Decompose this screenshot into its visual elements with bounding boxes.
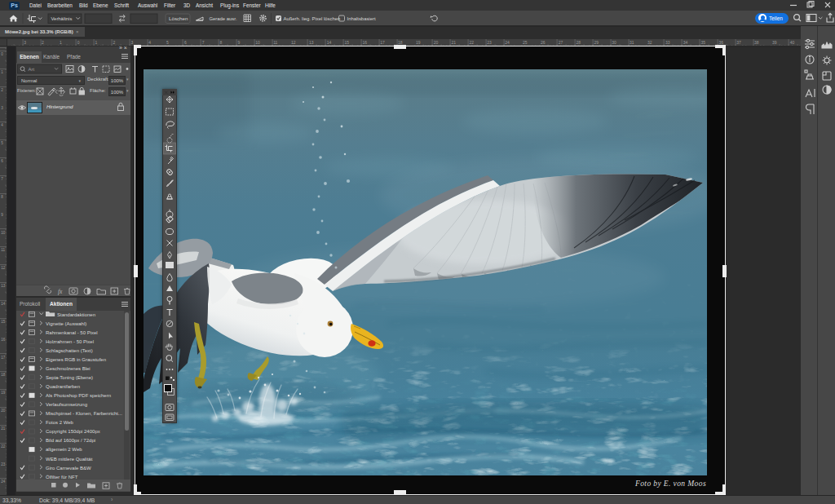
svg-text:8: 8 (220, 40, 223, 45)
svg-text:9: 9 (237, 40, 240, 45)
svg-text:12: 12 (291, 40, 296, 45)
svg-text:Art: Art (29, 67, 35, 72)
svg-text:4: 4 (148, 40, 151, 45)
svg-text:23: 23 (487, 40, 492, 45)
svg-text:Standardaktionen: Standardaktionen (57, 312, 95, 317)
svg-text:24: 24 (1, 480, 6, 484)
svg-text:3: 3 (130, 40, 133, 45)
svg-text:21: 21 (1, 427, 6, 431)
svg-text:3: 3 (1, 106, 3, 110)
svg-text:39: 39 (772, 40, 777, 45)
svg-text:20: 20 (434, 40, 439, 45)
svg-text:Ölfilter für NFT: Ölfilter für NFT (46, 475, 78, 480)
svg-text:2: 2 (113, 40, 116, 45)
svg-text:38: 38 (754, 40, 759, 45)
svg-text:3: 3 (24, 40, 26, 45)
svg-text:Schlagschatten (Text): Schlagschatten (Text) (46, 348, 93, 353)
svg-text:5: 5 (1, 141, 3, 145)
svg-text:1: 1 (1, 70, 3, 74)
svg-text:Bild auf 1600px / 72dpi: Bild auf 1600px / 72dpi (46, 438, 95, 443)
svg-text:13: 13 (309, 40, 314, 45)
svg-text:Löschen: Löschen (169, 15, 188, 21)
svg-text:16: 16 (362, 40, 367, 45)
svg-text:Mischpinsel - Klonen, Farbenri: Mischpinsel - Klonen, Farbenricht... (46, 411, 122, 416)
svg-text:22: 22 (470, 40, 475, 45)
svg-text:17: 17 (380, 40, 385, 45)
svg-text:4: 4 (1, 123, 3, 127)
svg-text:5: 5 (166, 40, 169, 45)
svg-text:16: 16 (1, 338, 6, 342)
svg-text:Quadrantfarben: Quadrantfarben (46, 384, 80, 389)
svg-text:33: 33 (665, 40, 670, 45)
svg-text:12: 12 (1, 266, 6, 270)
svg-text:6: 6 (1, 159, 3, 163)
svg-text:34: 34 (683, 40, 688, 45)
svg-text:32: 32 (647, 40, 652, 45)
svg-text:Fotos 2 Web: Fotos 2 Web (46, 420, 74, 425)
svg-text:27: 27 (559, 40, 563, 45)
svg-text:9: 9 (1, 213, 3, 217)
svg-text:6: 6 (184, 40, 187, 45)
svg-text:Rahmenkanal - 50 Pixel: Rahmenkanal - 50 Pixel (46, 330, 98, 335)
svg-text:Geschmolzenes Blei: Geschmolzenes Blei (46, 366, 91, 371)
svg-text:15: 15 (345, 40, 350, 45)
svg-text:31: 31 (630, 40, 634, 45)
svg-text:24: 24 (505, 40, 510, 45)
svg-text:25: 25 (523, 40, 528, 45)
svg-text:7: 7 (1, 177, 3, 181)
svg-text:Vignette (Auswahl): Vignette (Auswahl) (46, 321, 86, 326)
svg-text:10: 10 (255, 40, 260, 45)
svg-text:Sepia-Toning (Ebene): Sepia-Toning (Ebene) (46, 375, 93, 380)
svg-text:13: 13 (1, 284, 6, 288)
svg-text:Holzrahmen - 50 Pixel: Holzrahmen - 50 Pixel (46, 339, 94, 344)
svg-text:14: 14 (327, 40, 332, 45)
svg-text:19: 19 (1, 391, 6, 395)
svg-text:8: 8 (1, 195, 3, 199)
svg-text:15: 15 (1, 320, 6, 324)
svg-text:23: 23 (1, 462, 6, 466)
svg-text:Copyright 150dpi 2400px: Copyright 150dpi 2400px (46, 429, 100, 434)
svg-text:Gerade ausr.: Gerade ausr. (210, 16, 237, 21)
svg-text:Außerh. lieg. Pixel löschen: Außerh. lieg. Pixel löschen (284, 16, 341, 21)
svg-text:Giro Carnevale B&W: Giro Carnevale B&W (46, 466, 91, 471)
svg-text:fx: fx (58, 288, 63, 295)
svg-text:19: 19 (416, 40, 421, 45)
svg-text:26: 26 (541, 40, 546, 45)
svg-text:0: 0 (77, 40, 80, 45)
svg-text:7: 7 (202, 40, 205, 45)
svg-text:Verlaufsumsetzung: Verlaufsumsetzung (46, 402, 87, 407)
svg-text:10: 10 (1, 231, 6, 235)
svg-text:2: 2 (42, 40, 44, 45)
svg-text:Als Photoshop PDF speichern: Als Photoshop PDF speichern (46, 393, 111, 398)
svg-text:11: 11 (273, 40, 277, 45)
svg-text:37: 37 (736, 40, 741, 45)
svg-text:allgemein 2 Web: allgemein 2 Web (46, 447, 82, 452)
svg-text:29: 29 (594, 40, 599, 45)
svg-text:0: 0 (1, 52, 3, 56)
svg-text:28: 28 (577, 40, 581, 45)
svg-text:14: 14 (1, 302, 6, 306)
svg-text:Verhältnis: Verhältnis (51, 16, 73, 21)
svg-text:30: 30 (612, 40, 616, 45)
svg-text:1: 1 (60, 40, 62, 45)
svg-text:1: 1 (95, 40, 98, 45)
svg-text:WEB mittlere Qualität: WEB mittlere Qualität (46, 457, 93, 462)
svg-text:2: 2 (1, 88, 3, 92)
svg-text:Eigenes RGB in Graustufen: Eigenes RGB in Graustufen (46, 357, 106, 362)
svg-text:40: 40 (790, 40, 795, 45)
svg-text:35: 35 (701, 40, 706, 45)
svg-text:20: 20 (1, 409, 6, 413)
svg-text:18: 18 (1, 373, 6, 377)
svg-text:Inhaltsbasiert: Inhaltsbasiert (347, 16, 376, 21)
svg-text:17: 17 (1, 356, 6, 360)
svg-text:22: 22 (1, 444, 6, 449)
svg-text:11: 11 (1, 248, 5, 252)
svg-text:21: 21 (452, 40, 457, 45)
